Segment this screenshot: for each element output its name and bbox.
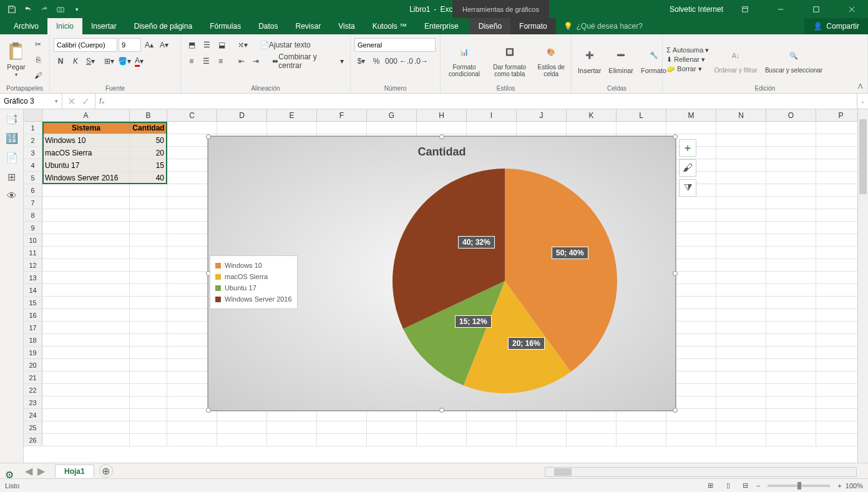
row-header[interactable]: 23 (24, 396, 42, 408)
settings-icon[interactable]: ⚙ (5, 469, 14, 481)
sort-filter-button[interactable]: A↓Ordenar y filtrar (711, 46, 759, 74)
cell[interactable] (130, 434, 167, 446)
tab-review[interactable]: Revisar (287, 18, 330, 34)
legend-item[interactable]: Windows 10 (215, 260, 292, 271)
row-header[interactable]: 15 (24, 297, 42, 308)
cell[interactable] (716, 122, 766, 134)
row-header[interactable]: 26 (24, 434, 42, 446)
data-label[interactable]: 50; 40% (552, 247, 588, 259)
cell[interactable] (716, 347, 766, 358)
select-all-button[interactable] (24, 109, 42, 121)
cell[interactable] (130, 384, 167, 396)
tab-view[interactable]: Vista (329, 18, 363, 34)
horizontal-scrollbar[interactable] (545, 467, 857, 477)
align-top-icon[interactable]: ⬒ (185, 38, 198, 52)
align-left-icon[interactable]: ≡ (185, 54, 198, 68)
cell[interactable] (766, 421, 816, 433)
save-icon[interactable] (5, 2, 19, 16)
cell[interactable] (317, 122, 367, 134)
row-header[interactable]: 7 (24, 197, 42, 209)
cell[interactable] (716, 297, 766, 308)
align-middle-icon[interactable]: ☰ (200, 38, 213, 52)
cell[interactable] (130, 372, 167, 383)
tab-enterprise[interactable]: Enterprise (416, 18, 467, 34)
cell[interactable] (42, 197, 130, 209)
fx-icon[interactable]: fₓ (95, 94, 108, 109)
shrink-font-icon[interactable]: A▾ (157, 38, 171, 52)
cell[interactable] (766, 284, 816, 296)
undo-icon[interactable] (21, 2, 35, 16)
cell[interactable] (467, 421, 517, 433)
expand-formula-icon[interactable]: ⌄ (857, 94, 868, 109)
nav-icon[interactable]: ⊞ (7, 171, 16, 183)
font-color-icon[interactable]: A▾ (132, 54, 146, 68)
cell[interactable]: Ubuntu 17 (42, 159, 130, 171)
underline-button[interactable]: S▾ (84, 54, 97, 68)
add-sheet-button[interactable]: ⊕ (99, 464, 113, 478)
tab-formulas[interactable]: Fórmulas (201, 18, 250, 34)
cell-styles-button[interactable]: 🎨Estilos de celda (535, 42, 567, 77)
cell[interactable] (130, 247, 167, 258)
tab-data[interactable]: Datos (250, 18, 286, 34)
minimize-button[interactable] (766, 0, 794, 18)
align-right-icon[interactable]: ≡ (214, 54, 227, 68)
cell[interactable] (716, 434, 766, 446)
cell[interactable] (716, 134, 766, 146)
chart-styles-button[interactable]: 🖌 (679, 159, 696, 177)
formula-input[interactable] (108, 94, 857, 109)
cell[interactable] (716, 409, 766, 421)
cell[interactable] (217, 421, 267, 433)
increase-indent-icon[interactable]: ⇥ (249, 54, 262, 68)
column-header[interactable]: A (42, 109, 130, 121)
tab-home[interactable]: Inicio (47, 18, 82, 34)
cell[interactable] (766, 122, 816, 134)
conditional-format-button[interactable]: 📊Formato condicional (444, 42, 484, 77)
cell[interactable] (267, 434, 317, 446)
row-header[interactable]: 2 (24, 134, 42, 146)
cell[interactable] (42, 272, 130, 283)
italic-button[interactable]: K (69, 54, 82, 68)
chart-object[interactable]: Cantidad Windows 10macOS SierraUbuntu 17… (208, 136, 676, 411)
cell[interactable] (716, 284, 766, 296)
column-header[interactable]: J (517, 109, 567, 121)
cell[interactable] (42, 359, 130, 371)
cell[interactable] (766, 259, 816, 271)
row-header[interactable]: 14 (24, 284, 42, 296)
cell[interactable] (42, 309, 130, 321)
tab-nav-next-icon[interactable]: ▶ (37, 465, 45, 477)
cell[interactable] (42, 209, 130, 221)
clear-button[interactable]: 🧽 Borrar ▾ (666, 65, 709, 73)
cell[interactable] (130, 284, 167, 296)
zoom-in-button[interactable]: + (837, 482, 841, 490)
cell[interactable] (666, 434, 716, 446)
cell[interactable] (367, 421, 417, 433)
column-header[interactable]: B (130, 109, 167, 121)
cell[interactable] (42, 297, 130, 308)
cell[interactable] (42, 222, 130, 234)
ribbon-options-icon[interactable] (731, 0, 759, 18)
row-header[interactable]: 10 (24, 234, 42, 246)
cell[interactable] (716, 184, 766, 196)
row-header[interactable]: 17 (24, 322, 42, 333)
column-header[interactable]: O (766, 109, 816, 121)
cell[interactable] (130, 309, 167, 321)
cell[interactable] (517, 434, 567, 446)
zoom-slider[interactable] (768, 485, 830, 487)
cell[interactable] (517, 122, 567, 134)
percent-icon[interactable]: % (369, 54, 383, 68)
cell[interactable] (42, 184, 130, 196)
worksheet-grid[interactable]: ABCDEFGHIJKLMNOP 1SistemaCantidad2Window… (24, 109, 868, 463)
maximize-button[interactable] (802, 0, 830, 18)
cell[interactable] (716, 334, 766, 346)
cell[interactable] (130, 209, 167, 221)
cell[interactable] (766, 297, 816, 308)
qat-dropdown-icon[interactable]: ▾ (70, 2, 84, 16)
column-header[interactable]: G (367, 109, 417, 121)
cell[interactable] (766, 247, 816, 258)
cell[interactable] (130, 272, 167, 283)
camera-icon[interactable] (54, 2, 67, 16)
cell[interactable] (367, 434, 417, 446)
cell[interactable] (567, 122, 617, 134)
legend-item[interactable]: macOS Sierra (215, 271, 292, 282)
row-header[interactable]: 11 (24, 247, 42, 258)
